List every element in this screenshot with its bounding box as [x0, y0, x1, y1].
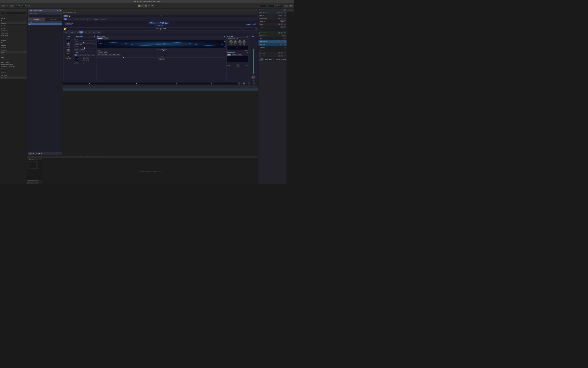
utility-gear-icon[interactable]: ⚙ [72, 23, 73, 25]
timbre-slider[interactable] [102, 50, 225, 51]
track-s-btn-piano-library[interactable]: S [278, 12, 280, 13]
transpose-display[interactable]: 0 [66, 40, 70, 42]
groove-none-select-2[interactable]: none [33, 182, 38, 184]
delay-slider[interactable] [80, 63, 92, 63]
mixer-track-piano-library[interactable]: Piano Library Mo M S R 0.00 [258, 11, 287, 14]
layer-tab-d[interactable]: D [88, 31, 91, 34]
sidebar-item-user-library[interactable]: User Library [0, 59, 27, 61]
tap-button[interactable]: Tap [10, 5, 14, 7]
mute-button[interactable]: MUTE [75, 49, 79, 51]
key-button[interactable]: Key [284, 5, 288, 7]
oscillator-search-icon[interactable]: 🔍 [224, 36, 225, 37]
patch-tab-4[interactable]: 4 [75, 18, 78, 20]
sidebar-item-samples[interactable]: Samples [0, 44, 27, 46]
sidebar-search-input[interactable] [0, 12, 27, 14]
sidebar-item-midi-effects[interactable]: MIDI Effects [0, 34, 27, 37]
filter-type-selector[interactable]: Bandpass Juicy 20db ▾ [227, 37, 248, 40]
groove-none-select-1[interactable]: none [28, 182, 33, 184]
sidebar-item-clips[interactable]: Clips [0, 42, 27, 44]
mixer-track-piano-clicks[interactable]: Piano Clicks M S 0.00 [258, 55, 287, 58]
track-m-btn-spectral[interactable]: M [278, 18, 280, 19]
pb-directory-value[interactable]: All [35, 12, 37, 14]
track-s-btn-piano-rec-2[interactable]: S [281, 52, 282, 54]
layer-tab-arp[interactable]: ARP [97, 31, 102, 34]
fine-knob[interactable] [67, 49, 70, 53]
fm-button[interactable]: FM [97, 54, 100, 56]
track-routing-paul-stretch[interactable]: No Input [281, 35, 286, 37]
sidebar-item-grooves[interactable]: Grooves [0, 46, 27, 49]
pb-lock-icon[interactable]: 🔒 [60, 10, 61, 11]
groove-play-icon[interactable]: ▶ [28, 158, 29, 160]
sidebar-item-xlntsound[interactable]: XLNTSOUND-Future Bass [0, 64, 27, 66]
up-arrow-icon[interactable]: ↑ [36, 153, 37, 155]
layer-tab-main[interactable]: MAIN [69, 31, 75, 34]
track-master-select-2[interactable]: Master [280, 26, 286, 28]
source-slider[interactable] [75, 42, 96, 43]
mixer-track-mixer-2[interactable]: Mixer Master [264, 58, 274, 61]
mixer-track-post-mixer-1[interactable]: Post Mixer Master [258, 26, 287, 29]
transport-record-button[interactable]: ● [145, 4, 147, 7]
layer-tab-orb[interactable]: ORB [63, 31, 69, 34]
patch-tab-5[interactable]: 5 [79, 18, 82, 20]
track-s-btn-clicks[interactable]: S [281, 55, 282, 57]
global-amount-value[interactable]: 100% [35, 180, 37, 181]
mixer-track-mixer-1-2[interactable]: Mixer -1.2 C [258, 37, 287, 40]
pb-collapse-icon[interactable]: ▾ [29, 10, 29, 11]
shuffle-icon[interactable]: ⇄ [33, 153, 34, 155]
track-m-btn-piano-rec-2[interactable]: M [278, 52, 280, 54]
sidebar-item-templates[interactable]: Templates [0, 49, 27, 51]
sidebar-item-sounds[interactable]: Sounds [0, 25, 27, 27]
pb-directory-chevron[interactable]: ▾ [60, 12, 61, 14]
track-m-btn-paul-pad[interactable]: M [278, 41, 280, 42]
sidebar-item-current-project[interactable]: Current Project [0, 61, 27, 64]
sidebar-item-favorites[interactable]: Favorites [0, 15, 27, 17]
envelopes-search-icon[interactable]: 🔍 [246, 52, 248, 54]
mixer-view-btn-2[interactable]: II [284, 9, 286, 11]
track-m-btn-piano-library[interactable]: M [276, 12, 278, 13]
lfo-btn-8[interactable]: 8 [92, 54, 95, 56]
pb-search-icon[interactable]: 🔍 [57, 10, 59, 11]
modulation-expand-icon[interactable]: ▾ [75, 36, 75, 37]
track-mixer-select-2[interactable]: Master [268, 59, 274, 61]
waveform-up-arrow[interactable]: ▲ [224, 41, 225, 42]
patch-dropdown-icon[interactable]: ▾ [256, 28, 257, 30]
pb-search-input[interactable] [29, 15, 61, 17]
down-arrow-icon[interactable]: ↓ [35, 153, 36, 155]
target-slider[interactable] [75, 48, 96, 48]
track-master-select-3[interactable]: Master [282, 59, 286, 61]
lane-b-button[interactable]: B [243, 83, 245, 84]
rate-knob[interactable] [83, 57, 86, 60]
shift-button[interactable]: SHIFT [103, 52, 107, 54]
lfo-dropdown-icon[interactable]: ▾ [94, 39, 95, 40]
mixer-track-piano-chain[interactable]: Piano Chain All Ins 0.00 [258, 43, 287, 46]
invert-button[interactable]: INVERT [80, 49, 85, 51]
patch-tab-2[interactable]: 2 [68, 18, 71, 20]
lfo-btn-1[interactable]: 1 [75, 54, 77, 56]
midi-button[interactable]: MIDI [289, 5, 293, 7]
lane-c-button[interactable]: C [248, 83, 250, 84]
uni-button[interactable]: UNI [108, 54, 112, 56]
patch-tab-system[interactable]: SYSTEM [99, 18, 107, 20]
ws-button[interactable]: WS [105, 54, 108, 56]
mixer-track-paul-stretch-pad[interactable]: Paul Stretch Pad M S 0.00 [258, 40, 287, 43]
lane-a-button[interactable]: A [238, 83, 240, 84]
sync-button[interactable]: SYNC [75, 62, 79, 64]
crush-button[interactable]: CRUSH [97, 52, 103, 54]
mixer-view-btn-1[interactable]: I [282, 9, 284, 11]
lane-d-button[interactable]: D [253, 83, 255, 84]
transport-back-button[interactable]: ◀◀ [148, 4, 150, 7]
res-knob[interactable] [234, 40, 237, 44]
track-routing-piano-rec[interactable]: No Input [278, 15, 282, 16]
filter-type-dropdown-icon[interactable]: ▾ [246, 38, 247, 39]
sidebar-item-plugins[interactable]: Plug-Ins [0, 39, 27, 42]
link-button[interactable]: Link [1, 5, 5, 7]
down-chevron-icon[interactable]: ▾ [41, 153, 42, 155]
lfo-btn-2[interactable]: 2 [77, 54, 79, 56]
lfos-expand-icon[interactable]: ▾ [75, 52, 75, 54]
filter-search-icon[interactable]: 🔍 [246, 36, 248, 37]
sidebar-item-fb2[interactable]: FB2_Full [0, 68, 27, 70]
start-slider[interactable] [97, 58, 225, 58]
env-amp-button[interactable]: AMP [227, 54, 231, 56]
sample-start-selector[interactable]: Sample Start ▾ [75, 44, 96, 46]
patch-tab-3[interactable]: 3 [71, 18, 74, 20]
